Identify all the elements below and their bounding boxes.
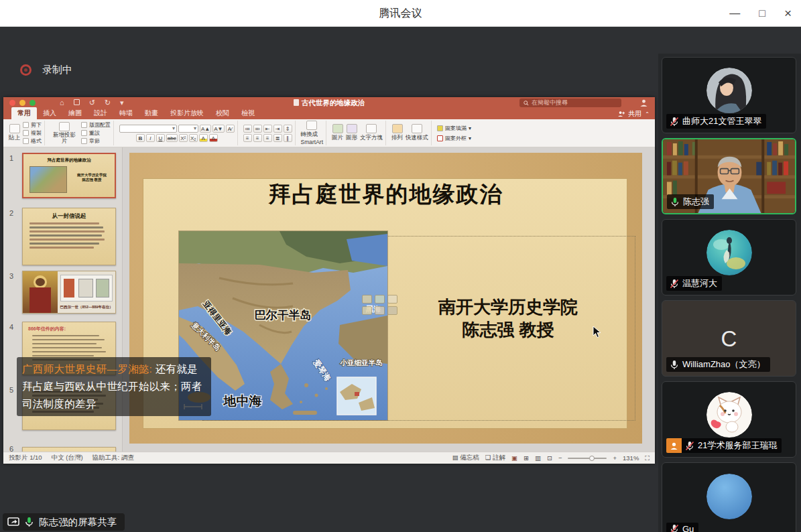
textbox-icon	[366, 124, 377, 133]
shapes-button[interactable]: 圖形	[346, 124, 357, 142]
insert-video-icon	[387, 306, 397, 315]
slide-title[interactable]: 拜占庭世界的地缘政治	[129, 180, 642, 210]
bullets-button[interactable]: ≔	[243, 125, 252, 133]
align-left-button[interactable]: ≡	[243, 134, 252, 142]
shape-fill-button[interactable]: 圖案填滿 ▾	[437, 125, 471, 132]
slide-thumbnail-2[interactable]: 从一封信说起	[22, 208, 116, 265]
shape-outline-icon	[437, 135, 443, 141]
superscript-button[interactable]: X²	[179, 134, 188, 142]
meeting-main-area: 录制中 ⌂ ↺ ↻ ▾ 古代世界的地缘政治 在簡報中搜尋	[0, 27, 801, 532]
insert-media-icon	[375, 306, 385, 315]
participant-tile[interactable]: 21学术服务部王瑞琨	[662, 381, 796, 458]
zoom-slider-knob[interactable]	[589, 456, 595, 461]
justify-button[interactable]: ≣	[273, 134, 282, 142]
subscript-button[interactable]: X₂	[189, 134, 198, 142]
participant-tile[interactable]: C WilliamZhao（文亮）	[662, 300, 796, 377]
format-painter-button[interactable]: 格式	[23, 137, 42, 145]
arrange-button[interactable]: 排列	[391, 124, 403, 142]
view-normal-icon[interactable]: ▣	[511, 454, 517, 462]
font-size-select[interactable]: ▾	[178, 125, 198, 133]
participant-tile[interactable]: 曲师大21文管王翠翠	[662, 57, 796, 133]
zoom-in-button[interactable]: +	[613, 454, 617, 462]
align-center-button[interactable]: ≡	[253, 134, 262, 142]
maximize-button[interactable]: □	[759, 7, 765, 19]
columns-button[interactable]: ∥	[284, 134, 292, 142]
clear-format-button[interactable]: A⁄	[226, 125, 235, 133]
brush-icon	[23, 138, 29, 144]
ppt-search-input[interactable]: 在簡報中搜尋	[519, 98, 621, 107]
bold-button[interactable]: B	[136, 134, 145, 142]
align-right-button[interactable]: ≡	[263, 134, 272, 142]
outdent-button[interactable]: ⇤	[263, 125, 272, 133]
layout-button[interactable]: 版面配置	[81, 121, 111, 129]
minimize-button[interactable]: —	[729, 7, 740, 19]
section-icon	[81, 138, 87, 144]
slide-thumbnail-6[interactable]	[22, 447, 116, 452]
participant-tile[interactable]: Gu	[662, 462, 796, 532]
shape-fill-icon	[437, 125, 443, 131]
slide-institution-text[interactable]: 南开大学历史学院 陈志强 教授	[408, 295, 609, 341]
thumb-map-image	[29, 166, 67, 193]
account-icon[interactable]	[639, 98, 648, 107]
tab-draw[interactable]: 繪圖	[62, 107, 88, 119]
accessibility-status[interactable]: 協助工具: 調查	[93, 454, 134, 462]
tab-insert[interactable]: 插入	[37, 107, 62, 119]
notes-button[interactable]: ▤ 備忘稿	[452, 454, 479, 462]
textbox-button[interactable]: 文字方塊	[360, 124, 383, 142]
shrink-font-button[interactable]: A▼	[212, 125, 224, 133]
placeholder-content-icons[interactable]	[362, 295, 402, 315]
participant-name: Gu	[682, 524, 694, 532]
quick-styles-button[interactable]: 快速樣式	[406, 124, 428, 142]
share-button[interactable]: 共用	[628, 109, 641, 119]
close-button[interactable]: ×	[784, 6, 792, 21]
line-spacing-button[interactable]: ⇕	[284, 125, 292, 133]
zoom-out-button[interactable]: −	[558, 454, 562, 462]
copy-button[interactable]: 複製	[23, 129, 42, 137]
indent-button[interactable]: ⇥	[273, 125, 282, 133]
thumb-number: 4	[9, 323, 13, 331]
view-sorter-icon[interactable]: ⊞	[523, 454, 529, 462]
strikethrough-button[interactable]: abc	[166, 134, 178, 142]
paste-button[interactable]: 貼上	[9, 124, 20, 142]
screen-share-banner[interactable]: 陈志强的屏幕共享	[3, 513, 125, 531]
fit-to-window-icon[interactable]: ⛶	[645, 454, 650, 462]
italic-button[interactable]: I	[146, 134, 155, 142]
tab-slideshow[interactable]: 投影片放映	[164, 107, 210, 119]
tab-home[interactable]: 常用	[11, 107, 37, 119]
copy-icon	[23, 130, 29, 136]
grow-font-button[interactable]: A▲	[200, 125, 211, 133]
reset-button[interactable]: 重設	[81, 129, 111, 137]
tab-transitions[interactable]: 轉場	[113, 107, 139, 119]
thumb-number: 6	[9, 445, 13, 452]
highlight-button[interactable]: A	[199, 134, 208, 142]
tab-design[interactable]: 設計	[88, 107, 113, 119]
active-mic-icon	[670, 197, 680, 207]
zoom-slider[interactable]	[568, 458, 607, 459]
slide-thumbnail-1[interactable]: 拜占庭世界的地缘政治 南开大学历史学院 陈志强 教授	[22, 153, 116, 198]
collapse-ribbon-icon[interactable]: ⌃	[645, 111, 650, 117]
new-slide-button[interactable]: 新增投影片	[50, 122, 78, 144]
convert-smartart-button[interactable]: 轉換成SmartArt	[301, 121, 324, 145]
insert-picture-icon	[362, 306, 372, 315]
section-button[interactable]: 章節	[81, 137, 111, 145]
language-indicator[interactable]: 中文 (台灣)	[52, 454, 83, 462]
thumb-number: 5	[9, 386, 13, 394]
tab-view[interactable]: 檢視	[235, 107, 261, 119]
participant-tile[interactable]: 温慧河大	[662, 219, 796, 295]
slide-thumbnail-3[interactable]: 巴西尔一世（852—889年在位）	[22, 271, 116, 314]
participant-tile-active-speaker[interactable]: 陈志强	[662, 138, 796, 214]
font-name-select[interactable]: ▾	[119, 125, 177, 133]
view-slideshow-icon[interactable]: ⊡	[547, 454, 552, 462]
tab-animations[interactable]: 動畫	[139, 107, 164, 119]
picture-button[interactable]: 圖片	[332, 124, 343, 142]
underline-button[interactable]: U	[156, 134, 165, 142]
view-reading-icon[interactable]: ▥	[535, 454, 541, 462]
zoom-level[interactable]: 131%	[623, 454, 639, 462]
app-title: 腾讯会议	[0, 7, 801, 21]
numbering-button[interactable]: ≕	[253, 125, 262, 133]
comments-button[interactable]: ❏ 註解	[485, 454, 505, 462]
shape-outline-button[interactable]: 圖案外框 ▾	[437, 135, 471, 142]
cut-button[interactable]: 剪下	[23, 121, 42, 129]
tab-review[interactable]: 校閱	[210, 107, 235, 119]
font-color-button[interactable]: A	[209, 134, 218, 142]
